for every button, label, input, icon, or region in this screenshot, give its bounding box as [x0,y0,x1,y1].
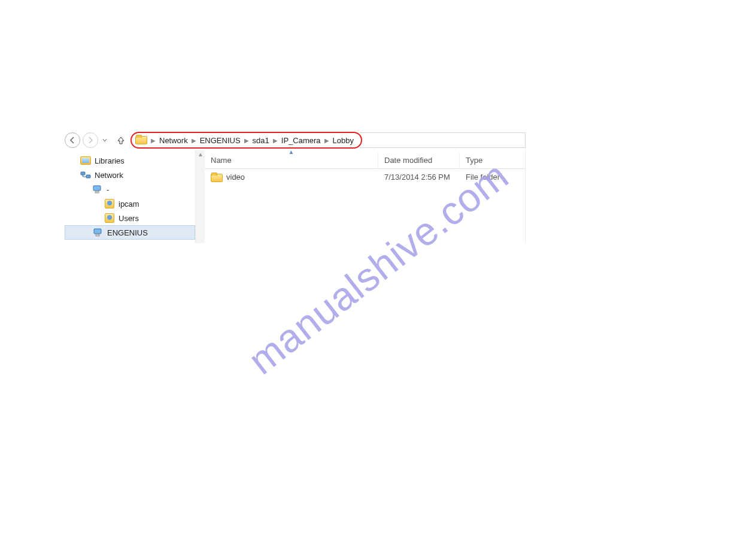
tree-label: ipcam [119,200,139,208]
network-icon [80,170,91,180]
chevron-down-icon [102,138,107,143]
sort-ascending-icon: ▲ [289,149,294,155]
tree-label: - [107,185,109,194]
tree-engenius[interactable]: ENGENIUS [65,225,195,240]
breadcrumb-separator-icon: ▶ [322,137,332,144]
svg-rect-0 [81,172,85,175]
breadcrumb-separator-icon: ▶ [242,137,251,144]
svg-rect-3 [95,191,99,193]
explorer-body: Libraries Network - ipcam Users [65,150,526,243]
tree-label: ENGENIUS [107,228,148,237]
back-arrow-icon [69,137,76,144]
libraries-icon [80,155,91,166]
tree-scrollbar[interactable]: ▲ [195,150,205,243]
computer-icon [92,184,103,195]
breadcrumb-engenius[interactable]: ENGENIUS [199,136,242,145]
up-button[interactable] [115,136,127,144]
cell-date: 7/13/2014 2:56 PM [378,173,460,182]
tree-ipcam[interactable]: ipcam [65,197,195,211]
column-label: Name [211,156,232,165]
recent-locations-dropdown[interactable] [101,138,109,143]
breadcrumb-separator-icon: ▶ [271,137,280,144]
column-headers: ▲ Name Date modified Type [205,152,525,169]
column-label: Type [466,156,482,165]
address-bar-extension [360,132,526,148]
folder-icon [211,173,221,181]
navigation-tree: Libraries Network - ipcam Users [65,150,195,243]
file-name: video [226,173,245,182]
breadcrumb-ipcamera[interactable]: IP_Camera [280,136,322,145]
column-label: Date modified [384,156,432,165]
tree-users[interactable]: Users [65,211,195,225]
up-arrow-icon [117,136,125,144]
column-header-type[interactable]: Type [460,152,520,168]
tree-libraries[interactable]: Libraries [65,153,195,168]
address-folder-icon [135,135,146,146]
breadcrumb-network[interactable]: Network [158,136,189,145]
address-bar[interactable]: ▶ Network ▶ ENGENIUS ▶ sda1 ▶ IP_Camera … [130,132,362,149]
tree-label: Network [95,171,123,180]
svg-rect-1 [86,175,90,178]
breadcrumb-lobby[interactable]: Lobby [332,136,355,145]
computer-icon [93,227,104,238]
tree-label: Users [119,214,139,223]
explorer-window: ▶ Network ▶ ENGENIUS ▶ sda1 ▶ IP_Camera … [65,131,526,243]
forward-button[interactable] [83,132,98,148]
column-header-date[interactable]: Date modified [378,152,460,168]
back-button[interactable] [65,132,80,148]
cell-name: video [205,173,378,182]
list-item[interactable]: video 7/13/2014 2:56 PM File folder [205,169,525,185]
tree-dash-pc[interactable]: - [65,182,195,197]
tree-network[interactable]: Network [65,168,195,182]
breadcrumb-separator-icon: ▶ [189,137,199,144]
svg-rect-4 [94,229,101,234]
file-list: ▲ Name Date modified Type video 7/13/201… [205,150,525,243]
tree-label: Libraries [95,156,125,165]
user-folder-icon [104,213,115,223]
svg-rect-2 [93,186,101,191]
svg-rect-5 [96,234,99,236]
forward-arrow-icon [87,137,94,144]
breadcrumb-separator-icon: ▶ [148,137,158,144]
user-folder-icon [104,198,115,209]
nav-row: ▶ Network ▶ ENGENIUS ▶ sda1 ▶ IP_Camera … [65,131,526,150]
scroll-up-icon: ▲ [198,151,204,157]
cell-type: File folder [460,173,520,182]
breadcrumb-sda1[interactable]: sda1 [251,136,271,145]
column-header-name[interactable]: ▲ Name [205,152,378,168]
